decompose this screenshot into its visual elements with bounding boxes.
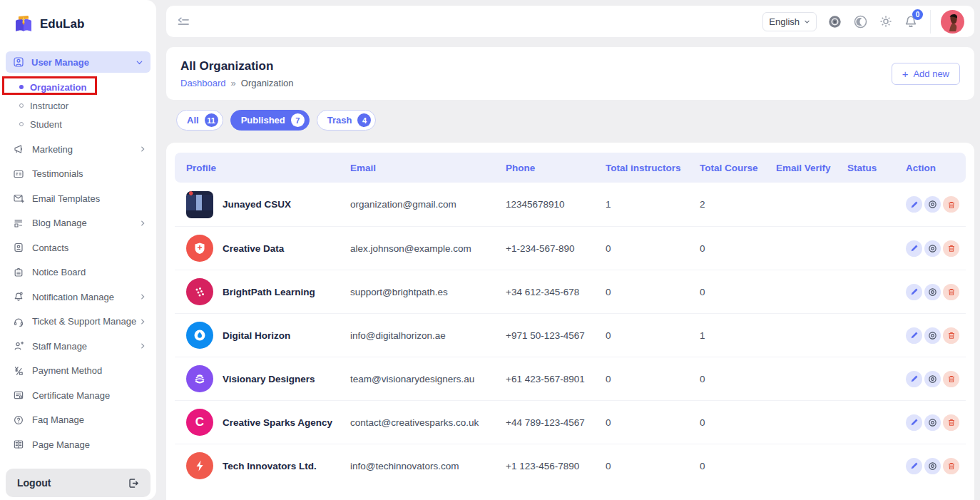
settings-gear-icon[interactable]: [879, 14, 893, 29]
filter-tab-published[interactable]: Published 7: [230, 110, 310, 131]
language-value: English: [769, 16, 800, 27]
view-button[interactable]: [924, 458, 941, 474]
visibility-icon[interactable]: [827, 14, 842, 29]
add-new-button[interactable]: + Add new: [892, 63, 960, 85]
certificate-icon: [13, 389, 24, 401]
bell-icon: [13, 291, 24, 302]
edit-button[interactable]: [906, 284, 922, 300]
sidebar-item-instructor[interactable]: Instructor: [0, 96, 156, 115]
filter-tab-all[interactable]: All 11: [176, 110, 223, 131]
org-email: support@brightpath.es: [350, 287, 506, 297]
sidebar-item-label: Ticket & Support Manage: [32, 316, 139, 327]
sidebar-collapse-icon[interactable]: [176, 16, 190, 27]
delete-button[interactable]: [943, 371, 959, 387]
view-button[interactable]: [924, 196, 941, 213]
sidebar-item-label: Certificate Manage: [32, 390, 146, 401]
profile-avatar[interactable]: [930, 10, 964, 34]
view-button[interactable]: [924, 414, 941, 431]
filter-count-badge: 11: [205, 113, 218, 127]
org-total-instructors: 0: [606, 461, 700, 471]
delete-button[interactable]: [943, 196, 959, 213]
sidebar-item-label: Payment Method: [32, 365, 146, 376]
id-card-icon: [13, 168, 24, 180]
column-header-action: Action: [906, 163, 954, 173]
shield-icon: [186, 235, 213, 262]
sidebar-item-marketing[interactable]: Marketing: [0, 137, 156, 162]
organizations-table-card: Profile Email Phone Total instructors To…: [166, 143, 974, 500]
sidebar-item-label: User Manage: [31, 57, 136, 68]
view-button[interactable]: [924, 284, 941, 300]
sidebar-item-ticket-support-manage[interactable]: Ticket & Support Manage: [0, 310, 156, 335]
edit-button[interactable]: [906, 414, 922, 431]
view-button[interactable]: [924, 371, 941, 387]
edulab-logo-icon: [13, 14, 34, 34]
sidebar-subitem-label: Organization: [30, 82, 86, 93]
sidebar-item-label: Testimonials: [32, 168, 146, 179]
org-email: alex.johnson@example.com: [350, 243, 506, 254]
org-name: Tech Innovators Ltd.: [223, 461, 317, 471]
org-email: organization@gmail.com: [350, 199, 506, 210]
view-button[interactable]: [924, 240, 941, 257]
logout-icon: [127, 477, 139, 489]
edit-button[interactable]: [906, 458, 922, 474]
chevron-right-icon: [139, 293, 146, 300]
logout-button[interactable]: Logout: [6, 469, 150, 497]
sidebar-item-payment-method[interactable]: Payment Method: [0, 359, 156, 384]
language-select[interactable]: English: [762, 12, 817, 31]
delete-button[interactable]: [943, 240, 959, 257]
sidebar-item-notice-board[interactable]: Notice Board: [0, 260, 156, 285]
page-title: All Organization: [180, 59, 294, 73]
org-phone: +34 612-345-678: [506, 287, 606, 297]
sidebar-item-user-manage[interactable]: User Manage: [6, 51, 150, 73]
sidebar-subitem-label: Student: [30, 119, 62, 130]
edit-button[interactable]: [906, 196, 922, 213]
edit-button[interactable]: [906, 371, 922, 387]
edit-button[interactable]: [906, 327, 922, 344]
table-row: Creative Data alex.johnson@example.com +…: [175, 226, 966, 270]
breadcrumb-current: Organization: [241, 78, 294, 88]
sidebar-item-email-templates[interactable]: Email Templates: [0, 186, 156, 211]
org-phone: +971 50-123-4567: [506, 330, 606, 341]
mail-plus-icon: [13, 193, 24, 204]
bullet-icon: [19, 122, 24, 126]
sidebar-item-testimonials[interactable]: Testimonials: [0, 162, 156, 187]
clipboard-icon: [13, 267, 24, 278]
column-header-email: Email: [350, 163, 506, 173]
sidebar-item-student[interactable]: Student: [0, 115, 156, 133]
app-name: EduLab: [40, 17, 84, 31]
sidebar-item-organization[interactable]: Organization: [0, 78, 156, 96]
delete-button[interactable]: [943, 284, 959, 300]
sidebar-item-label: Blog Manage: [32, 218, 139, 228]
org-name: Visionary Designers: [223, 374, 315, 384]
org-phone: +61 423-567-8901: [506, 374, 606, 384]
sidebar-item-label: Notification Manage: [32, 292, 139, 302]
sidebar-item-certificate-manage[interactable]: Certificate Manage: [0, 383, 156, 408]
sidebar-item-page-manage[interactable]: Page Manage: [0, 432, 156, 457]
delete-button[interactable]: [943, 458, 959, 474]
org-name: Creative Sparks Agency: [223, 417, 332, 428]
breadcrumb: Dashboard » Organization: [180, 78, 294, 88]
chevron-right-icon: [139, 220, 146, 227]
page-header-card: All Organization Dashboard » Organizatio…: [166, 47, 974, 100]
org-email: info@techinnovators.com: [350, 461, 506, 471]
dark-mode-icon[interactable]: [853, 14, 868, 29]
sidebar-item-staff-manage[interactable]: Staff Manage: [0, 334, 156, 359]
sidebar-item-blog-manage[interactable]: Blog Manage: [0, 211, 156, 236]
payment-icon: [13, 365, 24, 377]
breadcrumb-dashboard-link[interactable]: Dashboard: [180, 78, 226, 88]
edit-button[interactable]: [906, 240, 922, 257]
column-header-profile: Profile: [186, 163, 350, 173]
delete-button[interactable]: [943, 414, 959, 431]
delete-button[interactable]: [943, 327, 959, 344]
notification-count-badge: 0: [912, 9, 923, 20]
sidebar-item-notification-manage[interactable]: Notification Manage: [0, 285, 156, 310]
table-row: C Creative Sparks Agency contact@creativ…: [175, 400, 966, 444]
sidebar-item-contacts[interactable]: Contacts: [0, 235, 156, 260]
headset-icon: [13, 316, 24, 327]
notification-bell-icon[interactable]: 0: [904, 14, 918, 29]
filter-tab-trash[interactable]: Trash 4: [317, 110, 377, 131]
org-phone: 12345678910: [506, 199, 606, 210]
view-button[interactable]: [924, 327, 941, 344]
table-header-row: Profile Email Phone Total instructors To…: [175, 153, 966, 183]
sidebar-item-faq-manage[interactable]: Faq Manage: [0, 408, 156, 433]
